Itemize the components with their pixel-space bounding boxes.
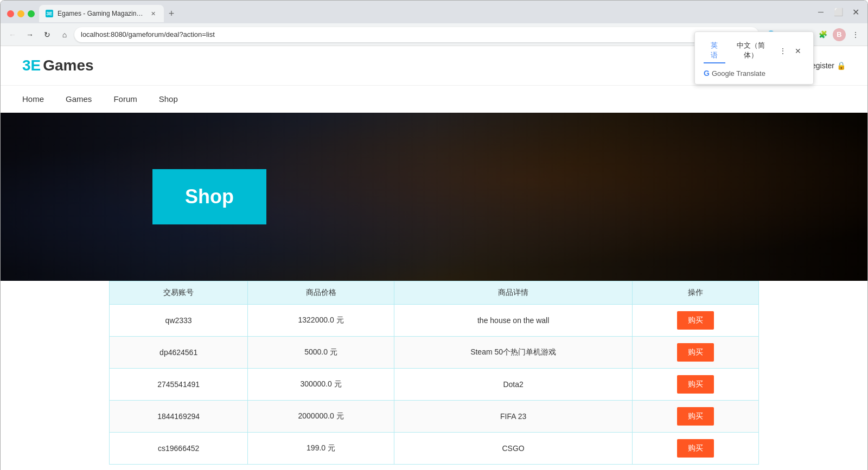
cell-detail: FIFA 23 bbox=[394, 401, 633, 433]
extensions-button[interactable]: 🧩 bbox=[815, 27, 831, 42]
col-account: 交易账号 bbox=[110, 281, 248, 305]
lock-icon: 🔒 bbox=[837, 61, 846, 70]
table-row: 2745541491 300000.0 元 Dota2 购买 bbox=[110, 369, 759, 401]
table-row: qw2333 1322000.0 元 the house on the wall… bbox=[110, 305, 759, 337]
page-content: 3E Games Login / Register 🔒 Home Games F… bbox=[1, 46, 867, 470]
nav-shop[interactable]: Shop bbox=[159, 94, 178, 104]
cell-action: 购买 bbox=[633, 369, 759, 401]
cell-detail: the house on the wall bbox=[394, 305, 633, 337]
col-price: 商品价格 bbox=[248, 281, 394, 305]
minimize-window-button[interactable] bbox=[17, 10, 24, 17]
translate-actions: ⋮ ✕ bbox=[776, 44, 805, 57]
pagination: 1 2 总共10条 1/2 页 bbox=[109, 465, 759, 470]
cell-price: 1322000.0 元 bbox=[248, 305, 394, 337]
buy-button[interactable]: 购买 bbox=[677, 375, 714, 394]
cell-detail: Steam 50个热门单机游戏 bbox=[394, 337, 633, 369]
cell-account: dp4624561 bbox=[110, 337, 248, 369]
hero-shop-label: Shop bbox=[152, 169, 266, 224]
new-tab-button[interactable]: + bbox=[164, 6, 179, 21]
nav-games[interactable]: Games bbox=[66, 94, 92, 104]
cell-price: 2000000.0 元 bbox=[248, 401, 394, 433]
tab-close-button[interactable]: ✕ bbox=[149, 9, 157, 18]
address-bar[interactable] bbox=[74, 27, 759, 42]
buy-button[interactable]: 购买 bbox=[677, 439, 714, 458]
translate-branding: G Google Translate bbox=[704, 69, 805, 78]
cell-action: 购买 bbox=[633, 337, 759, 369]
tab-title: Egames - Gaming Magazine T... bbox=[58, 10, 144, 17]
table-header-row: 交易账号 商品价格 商品详情 操作 bbox=[110, 281, 759, 305]
table-section: 交易账号 商品价格 商品详情 操作 qw2333 1322000.0 元 the… bbox=[1, 281, 867, 470]
back-button[interactable]: ← bbox=[5, 27, 20, 42]
translate-header: 英语 中文（简体） ⋮ ✕ bbox=[704, 38, 805, 63]
cell-action: 购买 bbox=[633, 305, 759, 337]
close-window-button[interactable] bbox=[7, 10, 14, 17]
logo-text: Games bbox=[43, 57, 93, 74]
translate-more-button[interactable]: ⋮ bbox=[776, 44, 789, 57]
reload-button[interactable]: ↻ bbox=[40, 27, 55, 42]
source-lang-button[interactable]: 英语 bbox=[704, 38, 725, 63]
site-nav: Home Games Forum Shop bbox=[1, 86, 867, 113]
cell-account: qw2333 bbox=[110, 305, 248, 337]
col-action: 操作 bbox=[633, 281, 759, 305]
col-detail: 商品详情 bbox=[394, 281, 633, 305]
site-logo: 3E Games bbox=[22, 57, 94, 74]
cell-account: 2745541491 bbox=[110, 369, 248, 401]
active-tab[interactable]: 3E Egames - Gaming Magazine T... ✕ bbox=[39, 5, 164, 22]
cell-account: 1844169294 bbox=[110, 401, 248, 433]
table-row: cs19666452 199.0 元 CSGO 购买 bbox=[110, 433, 759, 465]
minimize-button[interactable]: ─ bbox=[813, 4, 828, 20]
window-controls bbox=[5, 10, 39, 17]
cell-price: 5000.0 元 bbox=[248, 337, 394, 369]
cell-detail: CSGO bbox=[394, 433, 633, 465]
table-row: dp4624561 5000.0 元 Steam 50个热门单机游戏 购买 bbox=[110, 337, 759, 369]
translate-popup: 英语 中文（简体） ⋮ ✕ G Google Translate bbox=[694, 31, 814, 85]
cell-detail: Dota2 bbox=[394, 369, 633, 401]
target-lang-button[interactable]: 中文（简体） bbox=[730, 38, 773, 63]
close-button[interactable]: ✕ bbox=[848, 4, 863, 20]
buy-button[interactable]: 购买 bbox=[677, 343, 714, 362]
buy-button[interactable]: 购买 bbox=[677, 311, 714, 330]
cell-account: cs19666452 bbox=[110, 433, 248, 465]
nav-home[interactable]: Home bbox=[22, 94, 44, 104]
table-row: 1844169294 2000000.0 元 FIFA 23 购买 bbox=[110, 401, 759, 433]
buy-button[interactable]: 购买 bbox=[677, 407, 714, 426]
menu-button[interactable]: ⋮ bbox=[848, 27, 863, 42]
logo-icon: 3E bbox=[22, 57, 41, 74]
cell-action: 购买 bbox=[633, 433, 759, 465]
profile-button[interactable]: B bbox=[833, 28, 846, 41]
deal-table: 交易账号 商品价格 商品详情 操作 qw2333 1322000.0 元 the… bbox=[109, 281, 759, 465]
translate-close-button[interactable]: ✕ bbox=[792, 44, 805, 57]
restore-button[interactable]: ⬜ bbox=[831, 4, 846, 20]
google-logo-g: G bbox=[704, 69, 710, 78]
tab-favicon: 3E bbox=[46, 10, 53, 17]
translate-brand-label: Google Translate bbox=[712, 69, 765, 78]
home-button[interactable]: ⌂ bbox=[57, 27, 72, 42]
cell-price: 300000.0 元 bbox=[248, 369, 394, 401]
forward-button[interactable]: → bbox=[22, 27, 37, 42]
maximize-window-button[interactable] bbox=[28, 10, 35, 17]
hero-banner: Shop bbox=[1, 113, 867, 281]
cell-action: 购买 bbox=[633, 401, 759, 433]
nav-forum[interactable]: Forum bbox=[113, 94, 137, 104]
cell-price: 199.0 元 bbox=[248, 433, 394, 465]
